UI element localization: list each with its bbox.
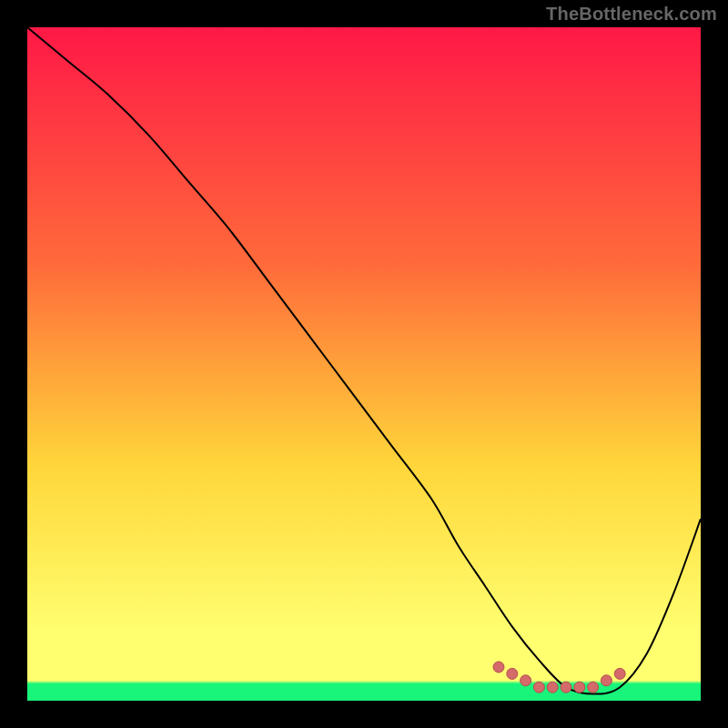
optimal-dot [533,682,544,693]
watermark-text: TheBottleneck.com [546,4,717,25]
chart-stage: TheBottleneck.com [0,0,728,728]
plot-background [27,27,701,701]
optimal-dot [493,662,504,672]
bottleneck-chart [0,0,728,728]
optimal-dot [614,668,625,679]
optimal-dot [547,682,558,693]
optimal-dot [588,682,599,693]
optimal-dot [521,675,531,686]
optimal-dot [507,668,518,679]
optimal-dot [574,682,585,693]
optimal-dot [601,675,612,686]
optimal-dot [561,682,571,693]
